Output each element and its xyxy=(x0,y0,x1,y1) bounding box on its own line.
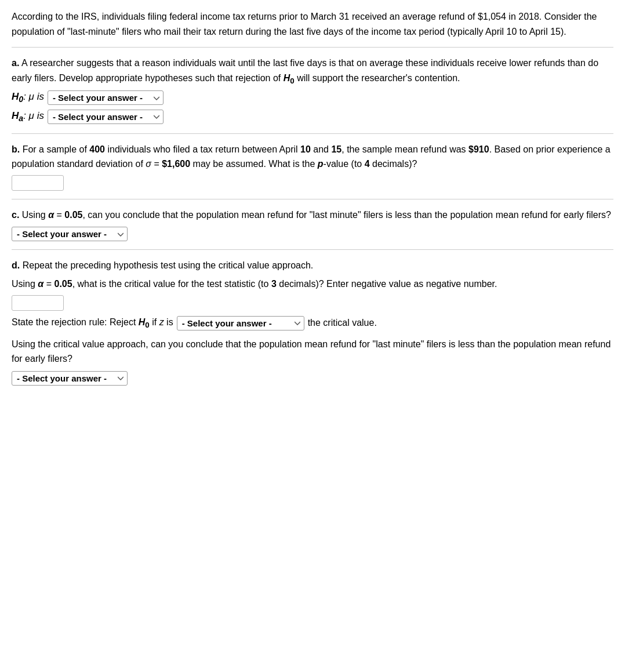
section-c: c. Using α = 0.05, can you conclude that… xyxy=(12,208,613,242)
section-d-title: d. Repeat the preceding hypothesis test … xyxy=(12,258,613,273)
divider-d xyxy=(12,249,613,250)
ha-line: Ha: μ is - Select your answer - ≥ 1054 ≤… xyxy=(12,108,613,125)
ha-select[interactable]: - Select your answer - ≥ 1054 ≤ 1054 = 1… xyxy=(48,110,163,124)
section-a-content: a. A researcher suggests that a reason i… xyxy=(12,56,613,87)
section-a: a. A researcher suggests that a reason i… xyxy=(12,56,613,125)
divider-b xyxy=(12,133,613,134)
section-c-body: Using α = 0.05, can you conclude that th… xyxy=(22,210,611,220)
conclude-select[interactable]: - Select your answer - Yes No xyxy=(12,371,128,386)
section-d-title-text: Repeat the preceding hypothesis test usi… xyxy=(23,260,314,270)
intro-paragraph: According to the IRS, individuals filing… xyxy=(12,9,613,39)
section-d-label: d. xyxy=(12,260,20,270)
rejection-select[interactable]: - Select your answer - less than or equa… xyxy=(177,316,304,330)
divider-a xyxy=(12,47,613,48)
divider-c xyxy=(12,199,613,199)
section-a-body: A researcher suggests that a reason indi… xyxy=(12,58,598,83)
pvalue-input[interactable] xyxy=(12,175,64,191)
section-c-label: c. xyxy=(12,210,19,220)
intro-text: According to the IRS, individuals filing… xyxy=(12,12,597,37)
h0-line: H0: μ is - Select your answer - ≥ 1054 ≤… xyxy=(12,89,613,106)
section-c-select[interactable]: - Select your answer - Yes No xyxy=(12,227,128,241)
h0-label: H0: μ is xyxy=(12,89,44,106)
section-b-label: b. xyxy=(12,144,20,154)
section-b-content: b. For a sample of 400 individuals who f… xyxy=(12,142,613,172)
ha-label: Ha: μ is xyxy=(12,108,44,125)
section-b-body: For a sample of 400 individuals who file… xyxy=(12,144,611,169)
section-d-conclude-text: Using the critical value approach, can y… xyxy=(12,337,613,366)
rejection-suffix: the critical value. xyxy=(308,316,377,330)
section-c-content: c. Using α = 0.05, can you conclude that… xyxy=(12,208,613,223)
conclude-text: Using the critical value approach, can y… xyxy=(12,339,611,364)
section-a-label: a. xyxy=(12,58,19,68)
section-b: b. For a sample of 400 individuals who f… xyxy=(12,142,613,191)
rejection-rule-line: State the rejection rule: Reject H0 if z… xyxy=(12,315,613,331)
critical-value-input[interactable] xyxy=(12,295,64,311)
section-d: d. Repeat the preceding hypothesis test … xyxy=(12,258,613,386)
section-d-body-text: Using α = 0.05, what is the critical val… xyxy=(12,279,497,289)
rejection-prefix: State the rejection rule: Reject H0 if z… xyxy=(12,315,173,331)
section-d-body: Using α = 0.05, what is the critical val… xyxy=(12,277,613,292)
h0-select[interactable]: - Select your answer - ≥ 1054 ≤ 1054 = 1… xyxy=(48,90,163,105)
